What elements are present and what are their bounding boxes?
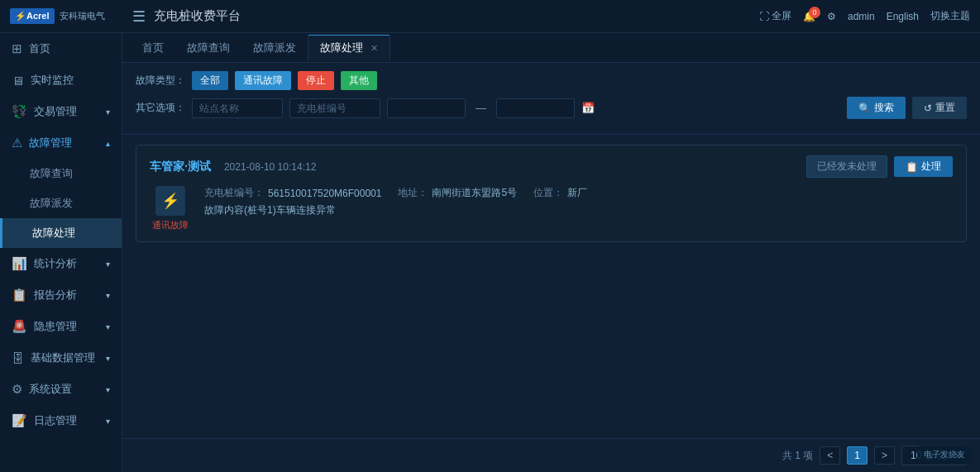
logo: ⚡Acrel 安科瑞电气	[10, 8, 132, 24]
sidebar-item-label: 实时监控	[31, 73, 74, 88]
search-button[interactable]: 🔍 搜索	[847, 97, 906, 119]
fault-card-body: ⚡ 通讯故障 充电桩编号： 561510017520M6F00001 地址：	[150, 186, 953, 231]
address-item: 地址： 南闸街道东盟路5号	[398, 186, 517, 200]
fault-type-badge: 通讯故障	[152, 219, 189, 231]
address-value: 南闸街道东盟路5号	[432, 186, 517, 200]
chevron-down-icon: ▾	[106, 322, 110, 331]
tab-fault-process[interactable]: 故障处理 ✕	[308, 35, 390, 60]
process-icon: 📋	[906, 161, 918, 173]
pagination-bar: 共 1 项 < 1 > 10 条/页	[122, 438, 980, 472]
sidebar-item-trade[interactable]: 💱 交易管理 ▾	[0, 96, 122, 127]
date-separator: —	[476, 102, 486, 114]
pagination-info: 共 1 项	[782, 449, 813, 463]
date-end-input[interactable]: 2021-09-28	[496, 98, 575, 118]
sidebar-sub-fault-report[interactable]: 故障派发	[0, 188, 122, 218]
settings-icon: ⚙	[827, 11, 836, 22]
fault-icon-block: ⚡ 通讯故障	[150, 186, 191, 231]
tab-label: 故障派发	[253, 41, 296, 55]
sidebar-item-home[interactable]: ⊞ 首页	[0, 33, 122, 64]
search-icon: 🔍	[858, 103, 871, 114]
tab-fault-report[interactable]: 故障派发	[241, 36, 308, 60]
sidebar-item-stats[interactable]: 📊 统计分析 ▾	[0, 248, 122, 279]
tab-label: 故障查询	[187, 41, 230, 55]
chevron-down-icon: ▾	[106, 291, 110, 300]
theme-btn[interactable]: 切换主题	[930, 9, 970, 23]
address-label: 地址：	[398, 186, 428, 200]
fault-card-title[interactable]: 车管家·测试	[150, 160, 211, 174]
chevron-down-icon: ▾	[106, 354, 110, 363]
user-label[interactable]: admin	[848, 11, 875, 22]
sidebar-item-fault[interactable]: ⚠ 故障管理 ▴	[0, 127, 122, 159]
notification-badge: 0	[809, 7, 820, 18]
settings-btn[interactable]: ⚙	[827, 11, 836, 22]
chevron-down-icon: ▾	[106, 417, 110, 426]
fault-card: 车管家·测试 2021-08-10 10:14:12 已经发未处理 📋 处理 ⚡	[136, 145, 967, 242]
filter-tag-other[interactable]: 其他	[341, 71, 377, 90]
monitor-icon: 🖥	[12, 74, 24, 88]
tab-home[interactable]: 首页	[131, 36, 175, 60]
date-start-input[interactable]: 2021-01-01	[387, 98, 466, 118]
watermark: 电子发烧友	[917, 446, 972, 464]
location-value: 新厂	[567, 186, 587, 200]
tab-fault-query[interactable]: 故障查询	[175, 36, 241, 60]
sidebar-item-monitor[interactable]: 🖥 实时监控	[0, 64, 122, 96]
chevron-down-icon: ▾	[106, 260, 110, 269]
sidebar-item-log[interactable]: 📝 日志管理 ▾	[0, 405, 122, 436]
sidebar-item-emergency[interactable]: 🚨 隐患管理 ▾	[0, 311, 122, 342]
fault-detail-row-1: 充电桩编号： 561510017520M6F00001 地址： 南闸街道东盟路5…	[204, 186, 953, 200]
calendar-icon: 📅	[581, 102, 595, 114]
filter-tag-stop[interactable]: 停止	[298, 71, 334, 90]
tab-label: 故障处理	[320, 41, 363, 55]
sidebar-item-label: 交易管理	[34, 104, 77, 119]
logo-subtitle: 安科瑞电气	[60, 10, 105, 22]
fullscreen-icon: ⛶	[759, 11, 769, 22]
stats-icon: 📊	[12, 256, 27, 271]
fault-content: 故障内容(桩号1)车辆连接异常	[204, 203, 953, 217]
filter-row-type: 故障类型： 全部 通讯故障 停止 其他	[136, 71, 967, 90]
hamburger-icon[interactable]: ☰	[132, 7, 146, 26]
sidebar-item-label: 故障管理	[29, 136, 72, 150]
fault-card-time: 2021-08-10 10:14:12	[224, 161, 316, 173]
pagination-next[interactable]: >	[874, 446, 895, 465]
tab-close-icon[interactable]: ✕	[370, 43, 378, 54]
charger-no-item: 充电桩编号： 561510017520M6F00001	[204, 186, 381, 200]
fault-card-actions: 已经发未处理 📋 处理	[806, 155, 953, 178]
sidebar-item-base[interactable]: 🗄 基础数据管理 ▾	[0, 342, 122, 374]
chevron-up-icon: ▴	[106, 139, 110, 148]
fault-icon: ⚠	[12, 136, 22, 150]
system-icon: ⚙	[12, 382, 22, 397]
tab-label: 首页	[142, 41, 164, 55]
chevron-down-icon: ▾	[106, 107, 110, 117]
process-button[interactable]: 📋 处理	[894, 156, 953, 177]
charger-no-input[interactable]	[289, 98, 380, 118]
sidebar-sub-fault-process[interactable]: 故障处理	[0, 218, 122, 248]
sidebar-item-label: 首页	[29, 41, 50, 56]
fullscreen-btn[interactable]: ⛶ 全屏	[759, 9, 791, 23]
filter-row-other: 其它选项： 2021-01-01 — 2021-09-28 📅 🔍 搜索 ↺ 重…	[136, 97, 967, 119]
fault-card-header: 车管家·测试 2021-08-10 10:14:12 已经发未处理 📋 处理	[150, 155, 953, 178]
sidebar-item-system[interactable]: ⚙ 系统设置 ▾	[0, 374, 122, 405]
main-layout: ⊞ 首页 🖥 实时监控 💱 交易管理 ▾ ⚠ 故障管理 ▴ 故障查询 故障派发 …	[0, 33, 980, 472]
sidebar-item-report[interactable]: 📋 报告分析 ▾	[0, 279, 122, 311]
location-label: 位置：	[533, 186, 563, 200]
notification-btn[interactable]: 🔔 0	[803, 11, 815, 22]
language-btn[interactable]: English	[887, 11, 919, 22]
page-title: 充电桩收费平台	[154, 8, 759, 24]
pagination-current: 1	[847, 446, 868, 465]
sidebar-item-label: 报告分析	[34, 288, 77, 303]
chevron-down-icon: ▾	[106, 385, 110, 394]
pagination-prev[interactable]: <	[820, 446, 840, 465]
report-icon: 📋	[12, 288, 27, 303]
filter-area: 故障类型： 全部 通讯故障 停止 其他 其它选项： 2021-01-01 — 2…	[122, 63, 980, 135]
charger-no-value: 561510017520M6F00001	[268, 188, 381, 199]
fault-type-label: 故障类型：	[136, 74, 185, 88]
filter-tag-all[interactable]: 全部	[192, 71, 228, 90]
trade-icon: 💱	[12, 104, 27, 119]
site-name-input[interactable]	[192, 98, 283, 118]
filter-tag-comm[interactable]: 通讯故障	[235, 71, 291, 90]
content-area: 车管家·测试 2021-08-10 10:14:12 已经发未处理 📋 处理 ⚡	[122, 135, 980, 438]
sidebar-sub-fault-query[interactable]: 故障查询	[0, 159, 122, 188]
reset-button[interactable]: ↺ 重置	[912, 97, 967, 119]
main-content: 首页 故障查询 故障派发 故障处理 ✕ 故障类型： 全部 通讯故障 停止 其他	[122, 33, 980, 472]
topbar-actions: ⛶ 全屏 🔔 0 ⚙ admin English 切换主题	[759, 9, 970, 23]
